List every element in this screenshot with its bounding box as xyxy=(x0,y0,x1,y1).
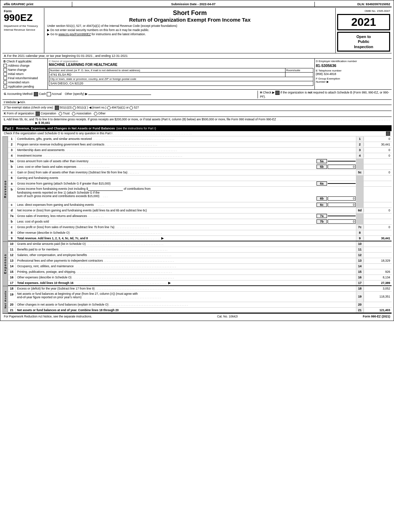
line-13-row: 13 Professional fees and other payments … xyxy=(8,258,392,264)
line-8-text: Other revenue (describe in Schedule O) .… xyxy=(16,231,356,235)
line-4-row: 4 Investment income . . . . . . . . . . … xyxy=(8,153,392,159)
501c3-label: 501(c)(3) xyxy=(60,106,73,109)
4947-radio[interactable] xyxy=(107,106,111,110)
footer-left: For Paperwork Reduction Act Notice, see … xyxy=(4,315,92,318)
goto-text: ▶ Go to www.irs.gov/Form990EZ for instru… xyxy=(47,32,333,36)
initial-return-checkbox[interactable] xyxy=(3,72,7,76)
line-6d-row: d Net income or (loss) from gaming and f… xyxy=(8,208,392,213)
line-8-box: 8 xyxy=(356,230,364,235)
line-8-num: 8 xyxy=(8,231,16,235)
irs-link[interactable]: www.irs.gov/Form990EZ xyxy=(59,32,91,36)
line-6c-subvalue: 0 xyxy=(328,203,356,207)
form-number-block: Form 990EZ Department of the Treasury In… xyxy=(2,8,44,53)
corporation-checkbox[interactable] xyxy=(36,112,40,116)
line-12-text: Salaries, other compensation, and employ… xyxy=(16,253,356,257)
line-6-num: 6 xyxy=(8,176,16,180)
line-17-value: 27,389 xyxy=(364,281,392,285)
line-1-num: 1 xyxy=(8,137,16,141)
initial-return-row: Initial return xyxy=(3,72,46,76)
line-10-row: 10 Grants and similar amounts paid (list… xyxy=(8,241,392,247)
final-return-label: Final return/terminated xyxy=(8,76,38,80)
association-radio[interactable] xyxy=(72,112,75,115)
line-6d-value: 0 xyxy=(364,209,392,212)
line-6b-subvalue: 0 xyxy=(328,196,356,201)
line-6a-spacer xyxy=(356,181,364,186)
part1-title: Revenue, Expenses, and Changes in Net As… xyxy=(16,127,115,130)
line-6c-text: Less: direct expenses from gaming and fu… xyxy=(16,203,316,207)
form-footer: For Paperwork Reduction Act Notice, see … xyxy=(2,313,392,319)
line-6c-num: c xyxy=(8,203,16,207)
line-5b-subbox: 5b xyxy=(317,165,327,169)
trust-radio[interactable] xyxy=(59,112,62,115)
line-3-text: Membership dues and assessments . . . . … xyxy=(16,148,356,152)
section-b-block: B Check if applicable: Address change Na… xyxy=(2,59,48,89)
city-label-row: City or town, state or province, country… xyxy=(49,77,313,81)
name-change-checkbox[interactable] xyxy=(3,68,7,72)
line-7b-subvalue: 0 xyxy=(328,219,356,224)
line-21-box: 21 xyxy=(356,308,364,313)
line-4-text: Investment income . . . . . . . . . . . … xyxy=(16,153,356,158)
accrual-label: Accrual xyxy=(52,92,64,96)
line-7c-row: c Gross profit or (loss) from sales of i… xyxy=(8,225,392,230)
form-page: efile GRAPHIC print Submission Date - 20… xyxy=(0,0,394,321)
line-6-text: Gaming and fundraising events xyxy=(16,176,356,180)
line-2-text: Program service revenue including govern… xyxy=(16,142,356,147)
cash-checkbox[interactable] xyxy=(34,92,38,96)
line-18-num: 18 xyxy=(8,286,16,291)
revenue-side-label: Revenue xyxy=(2,136,8,241)
accrual-checkbox[interactable] xyxy=(47,92,51,96)
line-6d-text: Net income or (loss) from gaming and fun… xyxy=(16,208,356,212)
line-7a-text: Gross sales of inventory, less returns a… xyxy=(16,214,316,218)
schedule-o-checkbox[interactable] xyxy=(386,132,390,136)
line-6-spacer xyxy=(356,175,364,181)
line-21-num: 21 xyxy=(8,308,16,312)
line-5b-row: b Less: cost or other basis and sales ex… xyxy=(8,164,392,170)
amended-return-checkbox[interactable] xyxy=(3,81,7,84)
net-assets-section-wrap: Net Assets 18 Excess or (deficit) for th… xyxy=(2,286,392,313)
header-bar: efile GRAPHIC print Submission Date - 20… xyxy=(2,2,392,7)
line-5b-num: b xyxy=(8,165,16,169)
line-5a-spacer xyxy=(356,159,364,164)
line-9-text: Total revenue. Add lines 1, 2, 3, 4, 5c,… xyxy=(16,236,356,240)
application-pending-checkbox[interactable] xyxy=(3,85,7,88)
line-20-row: 20 Other changes in net assets or fund b… xyxy=(8,302,392,308)
line-8-row: 8 Other revenue (describe in Schedule O)… xyxy=(8,230,392,236)
form-title-block: Short Form Return of Organization Exempt… xyxy=(44,8,336,53)
amended-return-label: Amended return xyxy=(8,81,29,84)
form-number: 990EZ xyxy=(4,13,43,23)
expenses-label: Expenses xyxy=(3,254,7,274)
line-6b-num: b xyxy=(8,187,16,192)
line-21-row: 21 Net assets or fund balances at end of… xyxy=(8,308,392,313)
other-radio[interactable] xyxy=(94,112,97,115)
line-12-row: 12 Salaries, other compensation, and emp… xyxy=(8,253,392,258)
line-6d-num: d xyxy=(8,208,16,212)
schedule-b-checkbox[interactable] xyxy=(275,91,280,95)
line-15-row: 15 Printing, publications, postage, and … xyxy=(8,269,392,275)
final-return-checkbox[interactable] xyxy=(3,76,7,80)
section-a-text: For the 2021 calendar year, or tax year … xyxy=(7,54,128,58)
section-a-label: A xyxy=(4,54,6,58)
501c3-checkbox[interactable] xyxy=(55,106,59,110)
line-18-box: 18 xyxy=(356,286,364,291)
line-7b-num: b xyxy=(8,219,16,224)
line-15-value: 926 xyxy=(364,270,392,274)
line-6c-subbox: 6c xyxy=(317,203,327,207)
address-change-checkbox[interactable] xyxy=(3,64,7,67)
line-5a-num: 5a xyxy=(8,159,16,163)
org-name-value: MACHINE LEARNING FOR HEALTHCARE xyxy=(49,63,313,67)
line-11-box: 11 xyxy=(356,247,364,252)
line-16-text: Other expenses (describe in Schedule O) … xyxy=(16,275,356,279)
line-5c-row: c Gain or (loss) from sale of assets oth… xyxy=(8,170,392,175)
line-2-row: 2 Program service revenue including gove… xyxy=(8,142,392,148)
section-j-text: Tax-exempt status (check only one): xyxy=(6,106,54,109)
527-label: 527 xyxy=(134,106,139,109)
expenses-section-wrap: Expenses 10 Grants and similar amounts p… xyxy=(2,241,392,286)
527-radio[interactable] xyxy=(129,106,133,110)
line-6a-row: a Gross income from gaming (attach Sched… xyxy=(8,181,392,187)
other-value[interactable] xyxy=(88,91,151,95)
line-5a-text: Gross amount from sale of assets other t… xyxy=(16,159,316,163)
501c-radio[interactable] xyxy=(73,106,76,110)
section-g-label: G xyxy=(4,92,7,96)
line-18-text: Excess or (deficit) for the year (Subtra… xyxy=(16,286,356,291)
name-change-label: Name change xyxy=(8,68,27,72)
